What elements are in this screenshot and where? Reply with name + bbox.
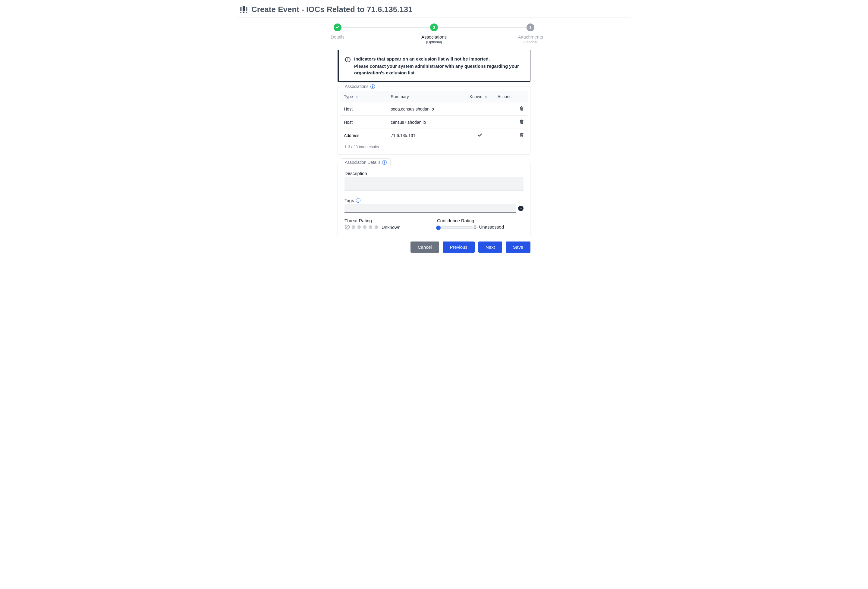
stepper: Details 2 Associations (Optional) 3 Atta… xyxy=(310,24,558,44)
info-icon[interactable]: i xyxy=(382,160,387,165)
prohibited-icon[interactable] xyxy=(344,224,350,230)
step-details[interactable]: Details xyxy=(310,24,365,40)
tags-input[interactable] xyxy=(344,204,516,213)
cell-known xyxy=(466,102,494,116)
svg-rect-2 xyxy=(243,6,245,12)
panel-tab-details[interactable]: Association Details i xyxy=(341,158,391,166)
skull-icon[interactable] xyxy=(351,225,356,230)
svg-line-16 xyxy=(346,225,349,228)
info-icon: i xyxy=(345,57,350,62)
sort-icon: ↑↓ xyxy=(485,95,487,99)
threat-rating-label: Threat Rating xyxy=(344,218,431,223)
associations-panel: Associations i Type ↑↓ Summary ↑↓ xyxy=(338,86,530,155)
column-header-type[interactable]: Type ↑↓ xyxy=(340,91,387,102)
action-buttons: Cancel Previous Next Save xyxy=(338,241,530,253)
cell-known xyxy=(466,116,494,129)
cell-type: Host xyxy=(340,116,387,129)
confidence-slider[interactable] xyxy=(437,227,473,229)
table-row[interactable]: Hostsoda.census.shodan.io xyxy=(340,102,528,116)
cell-summary: 71.6.135.131 xyxy=(387,129,466,142)
delete-row-button[interactable] xyxy=(519,119,524,124)
exclusion-notice: i Indicators that appear on an exclusion… xyxy=(338,50,530,82)
tab-text: Associations xyxy=(345,84,369,89)
step-associations[interactable]: 2 Associations (Optional) xyxy=(407,24,461,44)
column-header-summary[interactable]: Summary ↑↓ xyxy=(387,91,466,102)
step-number: 2 xyxy=(430,24,438,31)
svg-rect-4 xyxy=(246,7,248,11)
step-label: Attachments xyxy=(518,34,543,40)
threat-value: Unknown xyxy=(382,225,400,230)
sort-icon: ↑↓ xyxy=(355,95,357,99)
check-icon xyxy=(334,24,341,31)
skull-icon[interactable] xyxy=(374,225,379,230)
confidence-value: 0- Unassessed xyxy=(474,224,504,230)
add-tag-button[interactable]: ＋ xyxy=(518,206,524,211)
page-title: Create Event - IOCs Related to 71.6.135.… xyxy=(251,5,413,14)
sort-icon: ↑↓ xyxy=(411,95,413,99)
save-button[interactable]: Save xyxy=(506,241,530,253)
table-row[interactable]: Hostcensus7.shodan.io xyxy=(340,116,528,129)
tags-label: Tags xyxy=(344,198,354,203)
svg-point-1 xyxy=(240,12,241,13)
panel-tab-associations[interactable]: Associations i xyxy=(341,82,379,90)
tab-text: Association Details xyxy=(345,160,380,165)
cell-type: Host xyxy=(340,102,387,116)
page-header: Create Event - IOCs Related to 71.6.135.… xyxy=(238,3,630,18)
association-details-panel: Association Details i Description Tags i… xyxy=(338,162,530,237)
threat-rating: Threat Rating Unknown xyxy=(344,218,431,230)
delete-row-button[interactable] xyxy=(519,106,524,111)
step-sublabel: (Optional) xyxy=(523,40,539,44)
column-header-known[interactable]: Known ↑↓ xyxy=(466,91,494,102)
confidence-rating: Confidence Rating 0- Unassessed xyxy=(437,218,524,230)
result-count: 1-3 of 3 total results xyxy=(340,142,528,152)
step-attachments[interactable]: 3 Attachments (Optional) xyxy=(503,24,558,44)
skull-icon[interactable] xyxy=(363,225,367,230)
next-button[interactable]: Next xyxy=(478,241,502,253)
skull-icon[interactable] xyxy=(368,225,373,230)
step-label: Associations xyxy=(421,34,447,40)
skull-icon[interactable] xyxy=(357,225,362,230)
cancel-button[interactable]: Cancel xyxy=(410,241,439,253)
step-sublabel: (Optional) xyxy=(426,40,442,44)
previous-button[interactable]: Previous xyxy=(443,241,475,253)
notice-line: Indicators that appear on an exclusion l… xyxy=(354,56,524,62)
svg-point-5 xyxy=(246,12,247,13)
cell-summary: census7.shodan.io xyxy=(387,116,466,129)
svg-point-3 xyxy=(243,12,244,13)
delete-row-button[interactable] xyxy=(519,133,524,137)
table-row[interactable]: Address71.6.135.131 xyxy=(340,129,528,142)
associations-table: Type ↑↓ Summary ↑↓ Known ↑↓ xyxy=(340,91,528,142)
confidence-rating-label: Confidence Rating xyxy=(437,218,524,223)
info-icon[interactable]: i xyxy=(371,84,375,89)
description-label: Description xyxy=(344,171,524,176)
svg-rect-0 xyxy=(240,7,242,11)
info-icon[interactable]: i xyxy=(356,198,360,203)
check-icon xyxy=(478,133,482,138)
step-label: Details xyxy=(331,34,344,40)
column-header-actions: Actions xyxy=(494,91,528,102)
step-number: 3 xyxy=(527,24,534,31)
cell-summary: soda.census.shodan.io xyxy=(387,102,466,116)
cell-known xyxy=(466,129,494,142)
alert-bars-icon xyxy=(240,6,248,13)
description-input[interactable] xyxy=(344,177,524,191)
cell-type: Address xyxy=(340,129,387,142)
notice-line: Please contact your system administrator… xyxy=(354,63,524,76)
